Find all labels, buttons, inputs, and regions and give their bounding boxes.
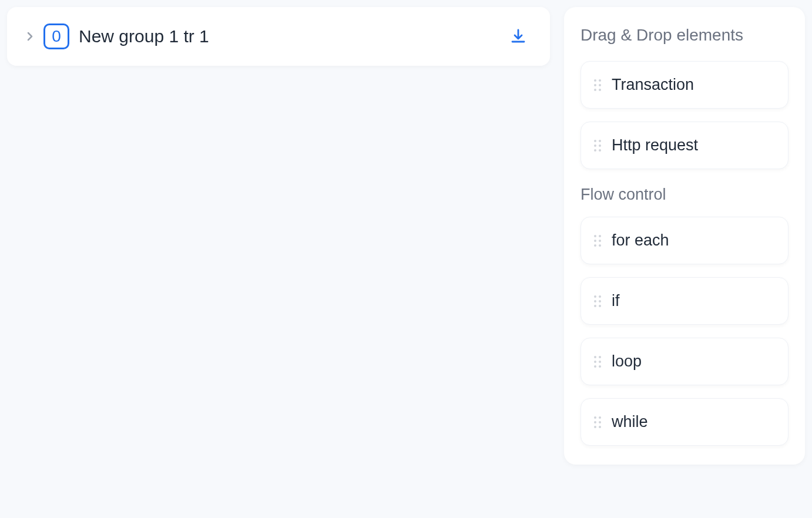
- group-title: New group 1 tr 1: [79, 26, 209, 46]
- group-card[interactable]: 0 New group 1 tr 1: [7, 7, 550, 66]
- drag-handle-icon: [594, 79, 601, 91]
- element-while[interactable]: while: [581, 398, 788, 446]
- group-index-badge: 0: [43, 23, 69, 49]
- element-label: while: [612, 413, 648, 431]
- expand-chevron-icon[interactable]: [26, 31, 34, 42]
- main-panel: 0 New group 1 tr 1: [7, 7, 550, 465]
- element-transaction[interactable]: Transaction: [581, 61, 788, 109]
- element-loop[interactable]: loop: [581, 338, 788, 385]
- download-icon: [509, 27, 528, 46]
- element-label: Http request: [612, 136, 698, 154]
- flow-control-section-title: Flow control: [581, 186, 788, 204]
- drag-handle-icon: [594, 235, 601, 247]
- drag-handle-icon: [594, 140, 601, 152]
- element-if[interactable]: if: [581, 277, 788, 325]
- element-label: if: [612, 292, 620, 310]
- elements-sidebar: Drag & Drop elements Transaction Http re…: [564, 7, 805, 465]
- element-label: for each: [612, 231, 669, 250]
- element-label: Transaction: [612, 76, 694, 94]
- drag-handle-icon: [594, 416, 601, 428]
- element-for-each[interactable]: for each: [581, 217, 788, 264]
- element-http-request[interactable]: Http request: [581, 122, 788, 169]
- group-header: 0 New group 1 tr 1: [26, 23, 505, 49]
- group-index-value: 0: [52, 28, 61, 45]
- drag-handle-icon: [594, 295, 601, 307]
- sidebar-title: Drag & Drop elements: [581, 26, 788, 45]
- download-button[interactable]: [505, 23, 531, 49]
- drag-handle-icon: [594, 356, 601, 368]
- element-label: loop: [612, 352, 642, 371]
